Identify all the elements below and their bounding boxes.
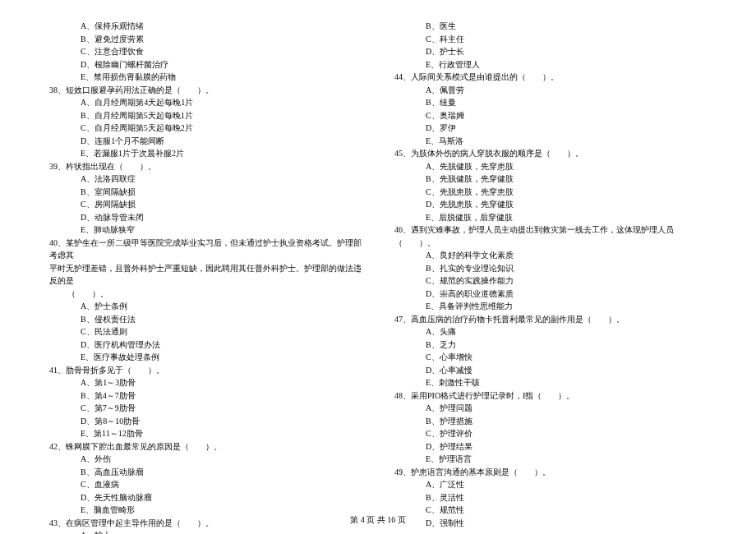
option: E、刺激性干咳	[394, 376, 707, 389]
option: B、乏力	[394, 338, 707, 352]
question-41: 41、肋骨骨折多见于（ ）。	[49, 364, 362, 377]
option: B、侵权责任法	[49, 313, 362, 326]
option: A、第1～3肋骨	[49, 376, 362, 389]
question-42: 42、蛛网膜下腔出血最常见的原因是（ ）。	[49, 440, 362, 453]
question-40-line2: 平时无护理差错，且普外科护士严重短缺，因此聘用其任普外科护士。护理部的做法违反的…	[49, 262, 362, 288]
left-column: A、保持乐观情绪 B、避免过度劳累 C、注意合理饮食 D、根除幽门螺杆菌治疗 E…	[49, 20, 362, 504]
option: C、科主任	[394, 33, 707, 46]
option: A、外伤	[49, 453, 362, 466]
option: B、护理措施	[394, 415, 707, 428]
option: A、先脱健肢，先穿患肢	[394, 160, 707, 173]
option: D、第8～10肋骨	[49, 415, 362, 428]
option: A、护士	[49, 529, 362, 534]
right-column: B、医生 C、科主任 D、护士长 E、行政管理人 44、人际间关系模式是由谁提出…	[394, 20, 707, 504]
option: A、保持乐观情绪	[49, 20, 362, 33]
question-49: 49、护患语言沟通的基本原则是（ ）。	[394, 466, 707, 479]
option: A、头痛	[394, 325, 707, 338]
question-44: 44、人际间关系模式是由谁提出的（ ）。	[394, 71, 707, 84]
option: C、血液病	[49, 478, 362, 491]
option: B、纽曼	[394, 96, 707, 109]
option: D、连服1个月不能间断	[49, 135, 362, 148]
option: E、若漏服1片于次晨补服2片	[49, 147, 362, 160]
option: C、奥瑞姆	[394, 109, 707, 122]
question-38: 38、短效口服避孕药用法正确的是（ ）。	[49, 84, 362, 97]
question-40-line1: 40、某护生在一所二级甲等医院完成毕业实习后，但未通过护士执业资格考试。护理部考…	[49, 237, 362, 262]
option: C、自月经周期第5天起每晚2片	[49, 122, 362, 135]
option: B、室间隔缺损	[49, 186, 362, 199]
option: D、心率减慢	[394, 364, 707, 377]
option: C、规范的实践操作能力	[394, 274, 707, 288]
option: E、护理语言	[394, 453, 707, 466]
option: D、根除幽门螺杆菌治疗	[49, 58, 362, 71]
option: B、第4～7肋骨	[49, 389, 362, 403]
option: C、注意合理饮食	[49, 45, 362, 58]
question-46: 46、遇到灾难事故，护理人员主动提出到救灾第一线去工作，这体现护理人员（ ）。	[394, 223, 707, 249]
option: B、先脱健肢，先穿健肢	[394, 173, 707, 186]
option: D、医疗机构管理办法	[49, 338, 362, 352]
page-footer: 第 4 页 共 16 页	[0, 514, 756, 526]
option: C、护理评价	[394, 427, 707, 440]
option: C、民法通则	[49, 325, 362, 338]
option: D、先天性脑动脉瘤	[49, 491, 362, 504]
option: C、心率增快	[394, 351, 707, 364]
option: C、第7～9肋骨	[49, 402, 362, 415]
option: A、法洛四联症	[49, 173, 362, 186]
option: E、马斯洛	[394, 135, 707, 148]
option: D、护理结果	[394, 440, 707, 453]
option: D、先脱患肢，先穿健肢	[394, 198, 707, 211]
option: D、动脉导管未闭	[49, 211, 362, 224]
question-48: 48、采用PIO格式进行护理记录时，I指（ ）。	[394, 389, 707, 403]
option: B、自月经周期第5天起每晚1片	[49, 109, 362, 122]
question-39: 39、杵状指出现在（ ）。	[49, 160, 362, 173]
option: C、房间隔缺损	[49, 198, 362, 211]
option: D、罗伊	[394, 122, 707, 135]
option: A、护士条例	[49, 300, 362, 313]
option: A、良好的科学文化素质	[394, 249, 707, 262]
option: E、行政管理人	[394, 58, 707, 71]
option: C、先脱患肢，先穿患肢	[394, 186, 707, 199]
question-40-line3: （ ）。	[49, 288, 362, 301]
option: E、肺动脉狭窄	[49, 223, 362, 237]
option: D、护士长	[394, 45, 707, 58]
option: B、高血压动脉瘤	[49, 466, 362, 479]
option: E、具备评判性思维能力	[394, 300, 707, 313]
option: A、护理问题	[394, 402, 707, 415]
option: E、第11～12肋骨	[49, 427, 362, 440]
option: E、后脱健肢，后穿健肢	[394, 211, 707, 224]
option: B、医生	[394, 20, 707, 33]
option: B、避免过度劳累	[49, 33, 362, 46]
option: D、崇高的职业道德素质	[394, 288, 707, 301]
option: B、灵活性	[394, 491, 707, 504]
option: E、医疗事故处理条例	[49, 351, 362, 364]
option: E、禁用损伤胃黏膜的药物	[49, 71, 362, 84]
question-45: 45、为肢体外伤的病人穿脱衣服的顺序是（ ）。	[394, 147, 707, 160]
option: A、广泛性	[394, 478, 707, 491]
two-column-layout: A、保持乐观情绪 B、避免过度劳累 C、注意合理饮食 D、根除幽门螺杆菌治疗 E…	[49, 20, 707, 504]
option: A、自月经周期第4天起每晚1片	[49, 96, 362, 109]
option: B、扎实的专业理论知识	[394, 262, 707, 275]
option: A、佩普劳	[394, 84, 707, 97]
question-47: 47、高血压病的治疗药物卡托普利最常见的副作用是（ ）。	[394, 313, 707, 326]
